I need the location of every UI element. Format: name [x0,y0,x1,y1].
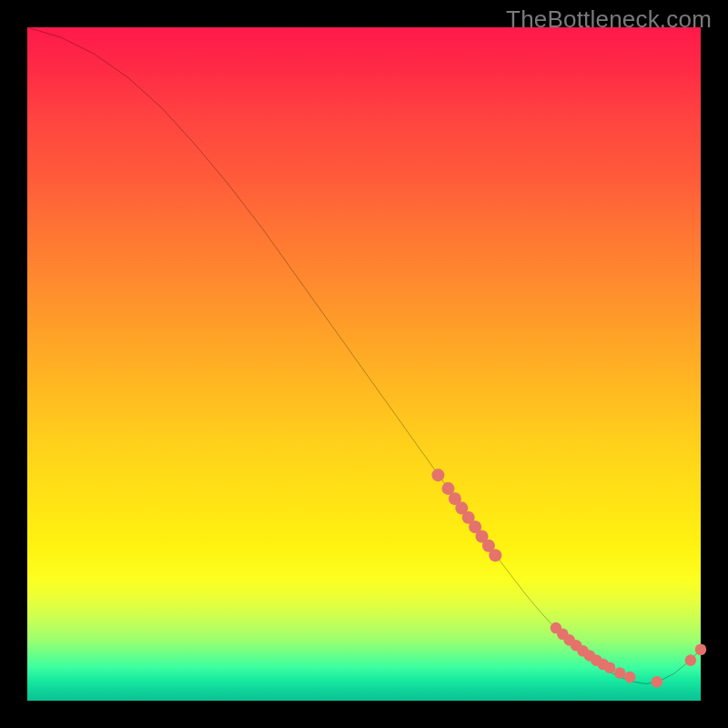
chart-frame: TheBottleneck.com [0,0,728,728]
data-point [489,549,501,561]
data-point [604,662,616,673]
scatter-cluster-tail [685,643,707,665]
data-point [624,672,636,683]
data-point [685,654,697,666]
scatter-cluster-bottom [551,622,663,688]
data-point [614,667,626,679]
bottleneck-curve [27,27,701,684]
data-point [695,643,707,655]
chart-overlay-svg [27,27,701,701]
scatter-cluster-upper [431,469,501,561]
data-point [431,469,444,481]
data-point [652,676,663,688]
